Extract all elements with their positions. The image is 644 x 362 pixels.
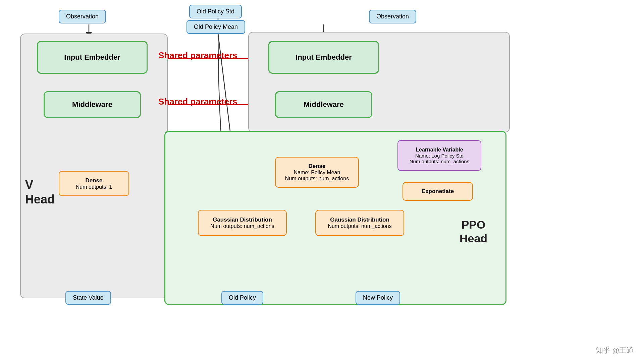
shared-params-label-2: Shared parameters [158,97,237,107]
diagram-container: VHead PPOHead Observation Observation Ol… [0,0,644,362]
state-value-box: State Value [65,291,111,305]
gaussian-right-title: Gaussian Distribution [330,217,389,223]
old-policy-std-box: Old Policy Std [189,5,242,18]
dense-v-subtitle: Num outputs: 1 [76,184,112,190]
watermark: 知乎 @王道 [596,345,634,355]
gaussian-right-line1: Num outputs: num_actions [328,223,391,229]
middleware-right: Middleware [275,91,372,118]
gaussian-left-title: Gaussian Distribution [213,217,272,223]
learnable-var-title: Learnable Variable [416,147,463,153]
learnable-var-line2: Num outputs: num_actions [410,159,469,164]
dense-policy-mean-line2: Num outputs: num_actions [285,176,349,182]
input-embedder-left: Input Embedder [37,41,148,74]
shared-params-label-1: Shared parameters [158,50,237,61]
input-embedder-right: Input Embedder [268,41,379,74]
middleware-left: Middleware [44,91,141,118]
gaussian-dist-right-box: Gaussian Distribution Num outputs: num_a… [315,210,404,236]
new-policy-box: New Policy [356,291,400,305]
ppo-head-label: PPOHead [460,218,487,245]
exponetiate-title: Exponetiate [422,188,454,195]
dense-policy-mean-line1: Name: Policy Mean [294,170,340,176]
observation-left-box: Observation [59,10,106,23]
dense-v-title: Dense [85,177,102,184]
dense-policy-mean-box: Dense Name: Policy Mean Num outputs: num… [275,157,359,188]
exponetiate-box: Exponetiate [402,182,473,201]
learnable-var-line1: Name: Log Policy Std [415,153,464,159]
dense-v-box: Dense Num outputs: 1 [59,171,129,196]
gaussian-dist-left-box: Gaussian Distribution Num outputs: num_a… [198,210,287,236]
gaussian-left-line1: Num outputs: num_actions [210,223,274,229]
old-policy-box: Old Policy [221,291,263,305]
dense-policy-mean-title: Dense [308,163,325,170]
old-policy-mean-box: Old Policy Mean [186,20,245,34]
observation-right-box: Observation [369,10,416,23]
v-head-label: VHead [25,178,55,206]
learnable-variable-box: Learnable Variable Name: Log Policy Std … [397,140,481,171]
